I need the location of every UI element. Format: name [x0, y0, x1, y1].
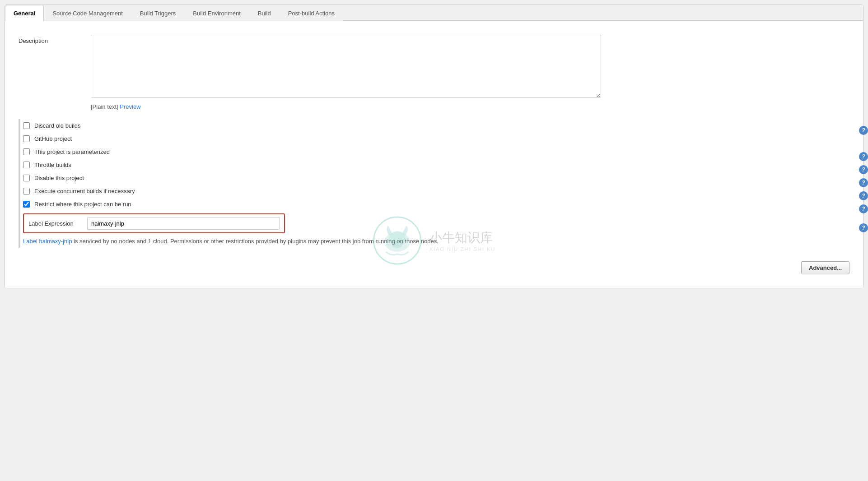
label-expr-row: Label Expression ? [23, 213, 849, 233]
github-project-checkbox[interactable] [23, 135, 30, 142]
advanced-button[interactable]: Advanced... [801, 261, 849, 274]
restrict-project-row: Restrict where this project can be run ? [23, 198, 849, 211]
tab-scm[interactable]: Source Code Management [44, 5, 131, 21]
throttle-builds-help-icon[interactable]: ? [859, 165, 863, 174]
disable-project-row: Disable this project ? [23, 171, 849, 185]
parameterized-row: This project is parameterized ? [23, 145, 849, 158]
throttle-builds-checkbox[interactable] [23, 162, 30, 168]
disable-project-help-icon[interactable]: ? [859, 178, 863, 187]
concurrent-builds-row: Execute concurrent builds if necessary ? [23, 185, 849, 198]
discard-old-builds-help-icon[interactable]: ? [859, 126, 863, 135]
concurrent-builds-help-icon[interactable]: ? [859, 191, 863, 200]
parameterized-help-icon[interactable]: ? [859, 152, 863, 161]
label-expression-box: Label Expression [23, 213, 285, 233]
checkboxes-content: Discard old builds ? GitHub project [23, 119, 849, 248]
description-textarea[interactable] [91, 35, 601, 98]
concurrent-builds-checkbox[interactable] [23, 188, 30, 194]
left-accent-bar [19, 119, 20, 248]
disable-project-checkbox[interactable] [23, 175, 30, 181]
label-expression-info: Label haimaxy-jnlp is serviced by no nod… [23, 237, 520, 246]
description-label: Description [19, 35, 91, 44]
content-area: Description [Plain text] Preview Discard… [5, 21, 863, 288]
options-section: Discard old builds ? GitHub project [19, 119, 849, 248]
plain-text-row: [Plain text] Preview [91, 103, 849, 110]
tab-build-triggers[interactable]: Build Triggers [131, 5, 184, 21]
discard-old-builds-checkbox[interactable] [23, 122, 30, 129]
disable-project-label[interactable]: Disable this project [34, 175, 84, 181]
concurrent-builds-label[interactable]: Execute concurrent builds if necessary [34, 188, 135, 194]
plain-text-label: [Plain text] [91, 103, 118, 110]
tab-post-build[interactable]: Post-build Actions [280, 5, 343, 21]
advanced-row: Advanced... [19, 261, 849, 274]
parameterized-checkbox[interactable] [23, 148, 30, 155]
restrict-project-checkbox[interactable] [23, 201, 30, 208]
discard-old-builds-row: Discard old builds ? [23, 119, 849, 132]
label-expression-label: Label Expression [28, 220, 87, 227]
tab-bar: General Source Code Management Build Tri… [5, 5, 863, 21]
label-haimaxy-link[interactable]: Label haimaxy-jnlp [23, 238, 72, 245]
info-text-rest: is serviced by no nodes and 1 cloud. Per… [72, 238, 438, 245]
github-project-row: GitHub project [23, 132, 849, 145]
discard-old-builds-label[interactable]: Discard old builds [34, 122, 81, 129]
throttle-builds-row: Throttle builds ? [23, 158, 849, 171]
tab-build-environment[interactable]: Build Environment [184, 5, 249, 21]
restrict-project-label[interactable]: Restrict where this project can be run [34, 201, 131, 208]
description-row: Description [19, 30, 849, 98]
restrict-project-help-icon[interactable]: ? [859, 204, 863, 213]
label-expression-input[interactable] [87, 217, 280, 230]
github-project-label[interactable]: GitHub project [34, 135, 72, 142]
throttle-builds-label[interactable]: Throttle builds [34, 162, 71, 168]
tab-general[interactable]: General [5, 5, 44, 21]
preview-link[interactable]: Preview [120, 103, 140, 110]
tab-build[interactable]: Build [249, 5, 280, 21]
parameterized-label[interactable]: This project is parameterized [34, 148, 110, 155]
label-expression-help-icon[interactable]: ? [859, 223, 863, 232]
label-expression-section: Label Expression ? Label haimaxy-jnlp is… [23, 213, 849, 246]
main-container: General Source Code Management Build Tri… [5, 5, 863, 288]
